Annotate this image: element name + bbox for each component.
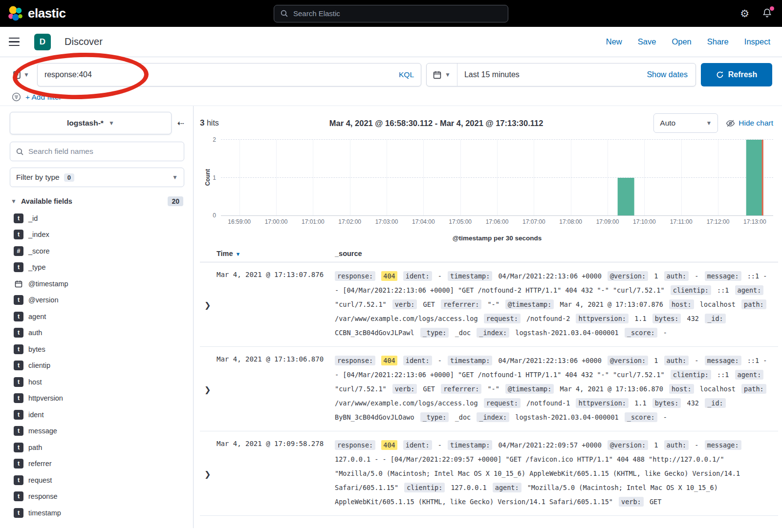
field-name-badge: @version: (608, 356, 648, 365)
expand-document-icon[interactable]: ❯ (200, 438, 217, 509)
add-filter-link[interactable]: + Add filter (25, 93, 62, 102)
saved-query-icon (13, 71, 21, 79)
field-item-_type[interactable]: t_type (10, 259, 184, 276)
string-field-icon: t (14, 312, 23, 321)
action-share-link[interactable]: Share (707, 37, 729, 46)
query-input[interactable]: response:404 KQL (37, 63, 421, 86)
alerts-icon[interactable] (762, 8, 772, 20)
menu-icon[interactable] (9, 38, 20, 46)
field-name: _index (28, 231, 49, 238)
field-item-timestamp[interactable]: ttimestamp (10, 505, 184, 521)
field-item-auth[interactable]: tauth (10, 325, 184, 341)
query-language-button[interactable]: KQL (399, 70, 414, 79)
field-name-badge: ident: (403, 271, 432, 281)
sort-desc-icon[interactable]: ▼ (236, 251, 241, 257)
type-filter-count-badge: 0 (64, 173, 74, 182)
histogram-bar[interactable] (746, 140, 763, 215)
highlighted-value: 404 (381, 271, 397, 281)
field-name: auth (28, 329, 42, 337)
field-name-badge: @timestamp: (505, 299, 554, 309)
index-pattern-select[interactable]: logstash-* ▼ (10, 112, 172, 134)
action-inspect-link[interactable]: Inspect (744, 37, 770, 46)
show-dates-link[interactable]: Show dates (647, 70, 695, 79)
saved-queries-button[interactable]: ▼ (10, 63, 32, 86)
field-name-badge: _type: (420, 412, 449, 422)
field-item-@timestamp[interactable]: @timestamp (10, 276, 184, 292)
elastic-brand[interactable]: elastic (0, 5, 65, 22)
field-name-badge: _index: (477, 328, 509, 338)
document-time: Mar 4, 2021 @ 17:09:58.278 (217, 438, 335, 509)
field-name-badge: verb: (392, 299, 417, 309)
field-item-ident[interactable]: tident (10, 406, 184, 423)
document-time: Mar 4, 2021 @ 17:13:06.870 (217, 354, 335, 425)
field-name-badge: @timestamp: (505, 384, 554, 394)
field-name-badge: agent: (735, 285, 764, 295)
field-value: logstash-2021.03.04-000001 (515, 329, 618, 337)
field-value: ::1 (717, 286, 729, 294)
field-item-@version[interactable]: t@version (10, 292, 184, 309)
field-item-host[interactable]: thost (10, 374, 184, 390)
field-item-referrer[interactable]: treferrer (10, 456, 184, 472)
field-item-_id[interactable]: t_id (10, 210, 184, 227)
hits-count: 3 hits (200, 118, 219, 128)
hide-chart-link[interactable]: Hide chart (726, 119, 773, 128)
time-column-header[interactable]: Time▼ (217, 250, 335, 257)
field-value: - (695, 357, 698, 364)
field-item-_index[interactable]: t_index (10, 227, 184, 243)
field-item-response[interactable]: tresponse (10, 489, 184, 505)
x-tick-label: 17:07:00 (522, 218, 545, 225)
expand-document-icon[interactable]: ❯ (200, 269, 217, 340)
field-name-badge: referrer: (441, 299, 481, 309)
filter-by-type-select[interactable]: Filter by type 0 ▼ (10, 168, 184, 187)
field-name-badge: _score: (625, 412, 657, 422)
histogram-chart[interactable]: Count 012 16:59:0017:00:0017:01:0017:02:… (198, 140, 773, 242)
documents-table: Time▼ _source ❯Mar 4, 2021 @ 17:13:07.87… (200, 250, 778, 516)
field-value: - (438, 272, 442, 280)
action-save-link[interactable]: Save (638, 37, 656, 46)
document-source: response: 404 ident: - timestamp: 04/Mar… (335, 354, 778, 425)
available-fields-header[interactable]: ▼ Available fields 20 (10, 196, 184, 206)
field-name: bytes (28, 345, 45, 353)
global-search-input[interactable]: Search Elastic (274, 5, 508, 22)
field-item-agent[interactable]: tagent (10, 308, 184, 325)
field-value: 432 (687, 315, 699, 322)
field-name-badge: auth: (664, 271, 689, 281)
number-field-icon: # (14, 246, 23, 256)
field-item-request[interactable]: trequest (10, 472, 184, 489)
date-quick-select-button[interactable]: ▼ (427, 64, 457, 86)
field-item-clientip[interactable]: tclientip (10, 358, 184, 374)
field-name-badge: _type: (420, 328, 449, 338)
help-icon[interactable]: ⚙ (740, 8, 749, 19)
field-value: 1 (654, 272, 658, 280)
table-row: ❯Mar 4, 2021 @ 17:09:58.278response: 404… (200, 431, 778, 516)
field-item-message[interactable]: tmessage (10, 423, 184, 440)
discover-app-badge[interactable]: D (34, 34, 51, 50)
field-item-path[interactable]: tpath (10, 439, 184, 456)
time-range-label[interactable]: Last 15 minutes (457, 70, 647, 79)
field-search-input[interactable]: Search field names (10, 142, 184, 161)
expand-document-icon[interactable]: ❯ (200, 354, 217, 425)
highlighted-value: 404 (381, 356, 397, 365)
action-new-link[interactable]: New (606, 37, 622, 46)
field-name-badge: bytes: (652, 314, 681, 323)
field-value: "-" (487, 300, 499, 308)
field-name: message (28, 427, 57, 435)
field-value: GET (423, 300, 435, 308)
string-field-icon: t (14, 393, 23, 403)
interval-select[interactable]: Auto ▼ (653, 113, 718, 133)
x-tick-label: 17:03:00 (375, 218, 398, 225)
collapse-sidebar-icon[interactable]: ⇠ (177, 118, 184, 128)
chevron-down-icon: ▼ (109, 120, 114, 127)
field-item-httpversion[interactable]: thttpversion (10, 390, 184, 407)
field-name-badge: bytes: (652, 398, 681, 408)
refresh-button[interactable]: Refresh (701, 63, 772, 86)
field-item-_score[interactable]: #_score (10, 243, 184, 259)
field-name-badge: response: (335, 356, 375, 365)
page-title: Discover (65, 36, 103, 47)
field-name: response (28, 492, 58, 500)
histogram-bar[interactable] (617, 178, 634, 216)
field-name-badge: _id: (705, 398, 726, 408)
string-field-icon: t (14, 213, 23, 223)
action-open-link[interactable]: Open (672, 37, 691, 46)
field-item-bytes[interactable]: tbytes (10, 341, 184, 358)
